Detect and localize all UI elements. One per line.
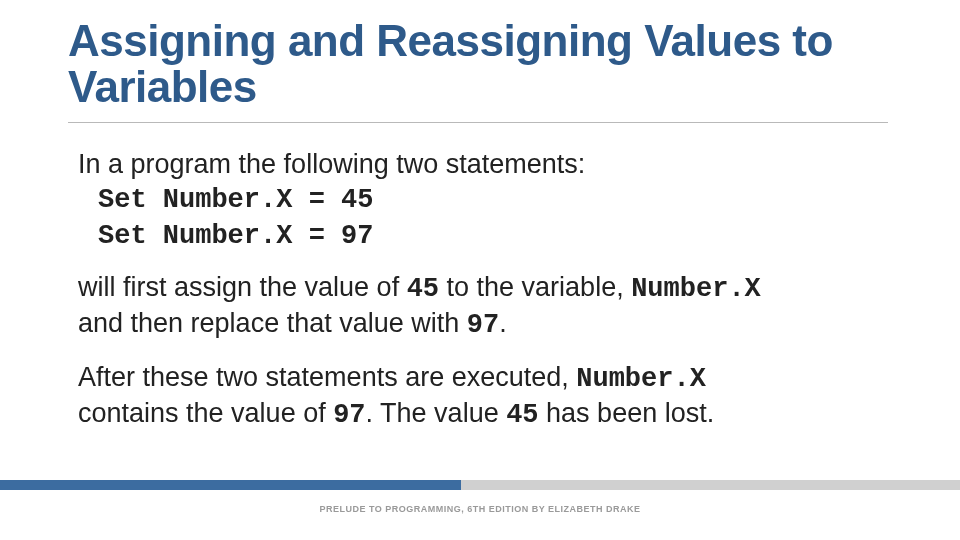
slide-title: Assigning and Reassigning Values to Vari…	[68, 18, 888, 123]
code-inline: 45	[407, 274, 439, 304]
slide: { "title": "Assigning and Reassigning Va…	[0, 0, 960, 540]
slide-body: In a program the following two statement…	[78, 148, 888, 450]
code-inline: 97	[333, 400, 365, 430]
code-inline: Number.X	[576, 364, 706, 394]
code-inline: 97	[467, 310, 499, 340]
text: has been lost.	[539, 398, 715, 428]
explanation-paragraph-1: will first assign the value of 45 to the…	[78, 271, 888, 343]
code-statement-1: Set Number.X = 45	[98, 185, 373, 215]
intro-paragraph: In a program the following two statement…	[78, 148, 888, 253]
intro-text: In a program the following two statement…	[78, 149, 585, 179]
text: and then replace that value with	[78, 308, 467, 338]
text: contains the value of	[78, 398, 333, 428]
text: to the variable,	[439, 272, 631, 302]
explanation-paragraph-2: After these two statements are executed,…	[78, 361, 888, 433]
footer-text: PRELUDE TO PROGRAMMING, 6TH EDITION BY E…	[0, 504, 960, 514]
text: . The value	[366, 398, 507, 428]
text: will first assign the value of	[78, 272, 407, 302]
code-inline: Number.X	[631, 274, 761, 304]
text: After these two statements are executed,	[78, 362, 576, 392]
footer-divider	[0, 480, 960, 490]
code-statement-2: Set Number.X = 97	[98, 221, 373, 251]
code-inline: 45	[506, 400, 538, 430]
text: .	[499, 308, 507, 338]
